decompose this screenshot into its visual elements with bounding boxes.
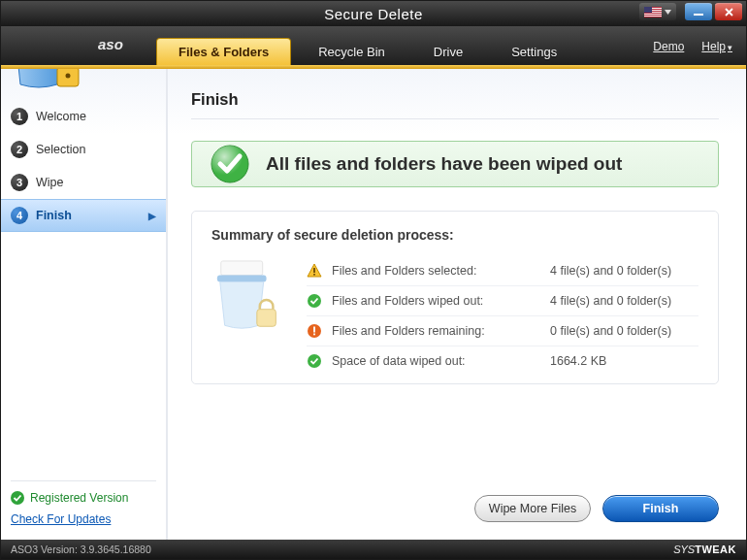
tab-label: Settings — [511, 45, 557, 59]
svg-rect-7 — [694, 14, 703, 16]
finish-button[interactable]: Finish — [602, 495, 719, 522]
step-label: Welcome — [36, 110, 86, 123]
check-updates-link[interactable]: Check For Updates — [11, 512, 111, 526]
wizard-steps: 1 Welcome 2 Selection 3 Wipe 4 Finish ▶ — [1, 100, 166, 232]
menu-bar: aso Files & Folders Recycle Bin Drive Se… — [1, 26, 746, 65]
svg-rect-24 — [313, 274, 315, 276]
chevron-down-icon — [665, 10, 671, 15]
demo-link[interactable]: Demo — [653, 40, 684, 53]
row-label: Space of data wiped out: — [332, 354, 540, 368]
summary-row: Files and Folders wiped out: 4 file(s) a… — [307, 286, 698, 316]
step-welcome[interactable]: 1 Welcome — [1, 100, 166, 133]
version-label: ASO3 Version: 3.9.3645.16880 — [11, 544, 151, 555]
banner-text: All files and folders have been wiped ou… — [266, 153, 622, 175]
registered-label: Registered Version — [30, 491, 128, 505]
row-value: 0 file(s) and 0 folder(s) — [550, 324, 671, 338]
company-label: SYSTWEAK — [673, 544, 736, 555]
summary-rows: Files and Folders selected: 4 file(s) an… — [307, 256, 698, 376]
chevron-right-icon: ▶ — [148, 211, 156, 221]
content: Finish All files and folders have been w… — [168, 69, 746, 540]
svg-rect-22 — [257, 310, 276, 327]
svg-rect-28 — [313, 334, 315, 336]
step-number: 4 — [11, 207, 28, 224]
step-number: 1 — [11, 108, 28, 125]
main-area: 1 Welcome 2 Selection 3 Wipe 4 Finish ▶ — [1, 69, 746, 540]
svg-point-17 — [11, 491, 24, 505]
page-heading: Finish — [191, 90, 719, 119]
minimize-icon — [694, 9, 703, 16]
close-button[interactable] — [715, 3, 742, 20]
tab-files-folders[interactable]: Files & Folders — [156, 38, 291, 65]
action-buttons: Wipe More Files Finish — [474, 495, 719, 522]
check-circle-icon — [11, 491, 24, 505]
svg-point-29 — [308, 354, 321, 368]
row-label: Files and Folders selected: — [332, 264, 540, 278]
row-value: 4 file(s) and 0 folder(s) — [550, 264, 671, 278]
step-number: 2 — [11, 141, 28, 158]
button-label: Finish — [643, 502, 679, 515]
row-label: Files and Folders wiped out: — [332, 294, 540, 308]
svg-rect-27 — [313, 327, 315, 333]
svg-point-25 — [308, 294, 321, 308]
svg-point-16 — [66, 74, 71, 79]
tab-drive[interactable]: Drive — [412, 38, 484, 65]
row-label: Files and Folders remaining: — [332, 324, 540, 338]
summary-body: Files and Folders selected: 4 file(s) an… — [211, 256, 698, 376]
check-circle-icon — [307, 293, 322, 309]
brand-label: aso — [98, 36, 123, 52]
sidebar: 1 Welcome 2 Selection 3 Wipe 4 Finish ▶ — [1, 69, 168, 540]
svg-rect-21 — [217, 276, 267, 282]
svg-rect-5 — [644, 16, 662, 16]
chevron-down-icon: ▾ — [728, 43, 732, 52]
sidebar-footer: Registered Version Check For Updates — [1, 473, 166, 540]
svg-rect-20 — [221, 261, 263, 276]
button-label: Wipe More Files — [489, 502, 576, 515]
flag-us-icon — [644, 7, 662, 17]
help-label: Help — [701, 40, 726, 53]
tab-settings[interactable]: Settings — [490, 38, 578, 65]
svg-rect-15 — [57, 69, 79, 86]
row-value: 4 file(s) and 0 folder(s) — [550, 294, 671, 308]
step-label: Finish — [36, 209, 72, 222]
error-circle-icon — [307, 323, 322, 339]
success-banner: All files and folders have been wiped ou… — [191, 141, 719, 187]
summary-heading: Summary of secure deletion process: — [211, 227, 698, 243]
registered-status: Registered Version — [11, 480, 156, 505]
svg-rect-23 — [313, 268, 315, 273]
close-icon — [725, 8, 733, 16]
check-circle-icon — [210, 144, 250, 184]
status-bar: ASO3 Version: 3.9.3645.16880 SYSTWEAK — [1, 540, 746, 559]
summary-row: Files and Folders selected: 4 file(s) an… — [307, 256, 698, 286]
wipe-more-button[interactable]: Wipe More Files — [474, 495, 591, 522]
svg-rect-4 — [644, 14, 662, 15]
step-selection[interactable]: 2 Selection — [1, 133, 166, 166]
tab-label: Files & Folders — [179, 45, 269, 59]
language-selector[interactable] — [639, 3, 676, 20]
warning-icon — [307, 263, 322, 279]
tab-recycle-bin[interactable]: Recycle Bin — [297, 38, 406, 65]
step-finish[interactable]: 4 Finish ▶ — [1, 199, 166, 232]
check-circle-icon — [307, 353, 322, 369]
shredder-illustration-icon — [211, 256, 289, 344]
step-label: Selection — [36, 143, 85, 156]
row-value: 1664.2 KB — [550, 354, 606, 368]
tab-label: Recycle Bin — [318, 45, 385, 59]
window-controls — [685, 3, 742, 20]
step-wipe[interactable]: 3 Wipe — [1, 166, 166, 199]
tab-label: Drive — [434, 45, 463, 59]
step-label: Wipe — [36, 176, 63, 189]
summary-row: Space of data wiped out: 1664.2 KB — [307, 346, 698, 376]
step-number: 3 — [11, 174, 28, 191]
app-window: Secure Delete aso Files & Folders Recycl… — [0, 0, 747, 560]
help-link[interactable]: Help▾ — [701, 40, 732, 53]
summary-panel: Summary of secure deletion process: — [191, 211, 719, 384]
minimize-button[interactable] — [685, 3, 712, 20]
summary-row: Files and Folders remaining: 0 file(s) a… — [307, 316, 698, 346]
app-logo-icon — [9, 69, 88, 92]
title-bar: Secure Delete — [1, 1, 746, 26]
svg-rect-6 — [644, 7, 652, 13]
menu-links: Demo Help▾ — [653, 40, 732, 53]
app-title: Secure Delete — [324, 6, 423, 22]
